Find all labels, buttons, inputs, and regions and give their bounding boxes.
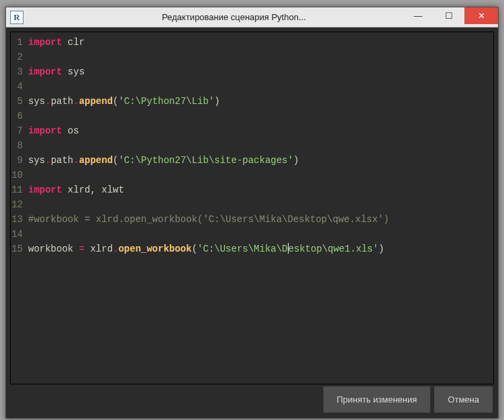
line-number: 3 xyxy=(11,64,23,79)
line-number: 7 xyxy=(11,123,23,138)
close-button[interactable]: ✕ xyxy=(464,7,498,24)
line-number: 2 xyxy=(11,50,23,64)
code-line[interactable] xyxy=(28,227,389,242)
code-line[interactable]: sys.path.append('C:\Python27\Lib\site-pa… xyxy=(28,153,389,168)
line-number: 9 xyxy=(11,153,23,168)
line-number: 4 xyxy=(11,79,23,94)
code-line[interactable]: workbook = xlrd.open_workbook('C:\Users\… xyxy=(28,242,389,256)
line-number: 6 xyxy=(11,109,23,123)
dialog-buttons: Принять изменения Отмена xyxy=(323,386,493,413)
line-number-gutter: 123456789101112131415 xyxy=(11,35,26,256)
code-line[interactable] xyxy=(28,79,389,94)
titlebar[interactable]: R Редактирование сценария Python... — ☐ … xyxy=(6,7,498,28)
line-number: 5 xyxy=(11,94,23,109)
accept-button[interactable]: Принять изменения xyxy=(323,386,431,413)
code-line[interactable] xyxy=(28,109,389,123)
line-number: 14 xyxy=(11,227,23,242)
code-line[interactable]: #workbook = xlrd.open_workbook('C:\Users… xyxy=(28,212,389,227)
code-line[interactable] xyxy=(28,168,389,182)
code-line[interactable]: import sys xyxy=(28,64,389,79)
line-number: 15 xyxy=(11,242,23,256)
line-number: 1 xyxy=(11,35,23,50)
cancel-button[interactable]: Отмена xyxy=(434,386,493,413)
window-controls: — ☐ ✕ xyxy=(403,7,498,24)
line-number: 13 xyxy=(11,212,23,227)
line-number: 8 xyxy=(11,138,23,153)
code-line[interactable] xyxy=(28,197,389,212)
code-editor[interactable]: 123456789101112131415 import clr import … xyxy=(10,32,494,384)
code-line[interactable]: import xlrd, xlwt xyxy=(28,182,389,197)
line-number: 11 xyxy=(11,182,23,197)
minimize-button[interactable]: — xyxy=(403,7,434,24)
code-line[interactable] xyxy=(28,50,389,64)
code-line[interactable]: import clr xyxy=(28,35,389,50)
code-line[interactable] xyxy=(28,138,389,153)
code-line[interactable]: import os xyxy=(28,123,389,138)
maximize-button[interactable]: ☐ xyxy=(434,7,464,24)
line-number: 12 xyxy=(11,197,23,212)
line-number: 10 xyxy=(11,168,23,182)
editor-window: R Редактирование сценария Python... — ☐ … xyxy=(5,7,499,419)
code-content[interactable]: import clr import sys sys.path.append('C… xyxy=(26,35,389,256)
text-cursor xyxy=(288,243,289,254)
code-line[interactable]: sys.path.append('C:\Python27\Lib') xyxy=(28,94,389,109)
